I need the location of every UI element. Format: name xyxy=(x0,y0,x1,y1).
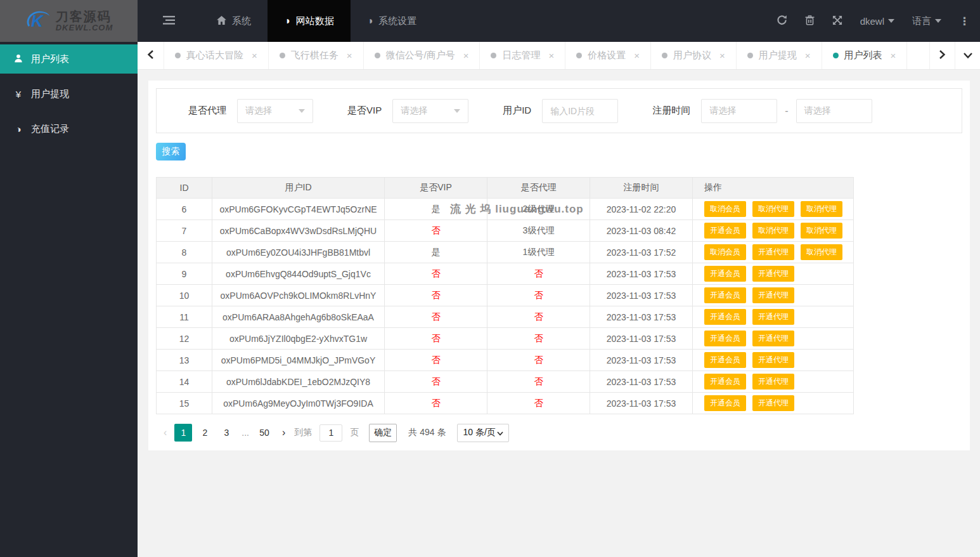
tabs-scroll-right-button[interactable] xyxy=(929,42,955,69)
sidebar-item-user-withdraw[interactable]: ¥ 用户提现 xyxy=(0,79,138,108)
action-button[interactable]: 取消代理 xyxy=(801,244,842,260)
search-button[interactable]: 搜索 xyxy=(156,143,186,161)
action-button[interactable]: 取消会员 xyxy=(704,244,746,260)
tab-item[interactable]: 用户提现× xyxy=(737,42,822,69)
user-id-input[interactable] xyxy=(542,99,618,123)
tab-close-icon[interactable]: × xyxy=(252,50,257,61)
tab-controls xyxy=(929,42,980,69)
action-button[interactable]: 取消会员 xyxy=(704,201,746,217)
action-button[interactable]: 开通代理 xyxy=(752,244,794,260)
clear-cache-button[interactable] xyxy=(805,15,815,27)
tab-item[interactable]: 飞行棋任务× xyxy=(269,42,364,69)
action-button[interactable]: 开通会员 xyxy=(704,287,746,303)
goto-unit-label: 页 xyxy=(350,427,359,438)
cell-user-id: oxPUm6PMD5i_04MMJkjO_JPmVGoY xyxy=(212,350,385,371)
page-number[interactable]: 50 xyxy=(255,424,273,442)
action-button[interactable]: 开通会员 xyxy=(704,266,746,282)
sidebar-item-user-list[interactable]: 用户列表 xyxy=(0,44,138,74)
tab-item[interactable]: 真心话大冒险× xyxy=(164,42,269,69)
page-size-select[interactable]: 10 条/页 xyxy=(457,424,509,442)
tab-status-dot xyxy=(175,53,181,58)
page-next-button[interactable]: › xyxy=(282,427,285,438)
action-button[interactable]: 开通代理 xyxy=(752,331,794,346)
confirm-button[interactable]: 确定 xyxy=(369,424,397,442)
home-icon xyxy=(217,16,226,27)
cell-vip: 否 xyxy=(385,371,487,393)
page-size-value: 10 条/页 xyxy=(463,427,495,438)
sidebar-toggle-button[interactable] xyxy=(138,0,200,42)
tabs-scroll-left-button[interactable] xyxy=(138,42,164,69)
top-nav: 系统 ◑ 网站数据 ◑ 系统设置 xyxy=(138,0,980,42)
action-button[interactable]: 开通代理 xyxy=(752,374,794,390)
tab-status-dot xyxy=(375,53,380,58)
action-button[interactable]: 开通会员 xyxy=(704,331,746,346)
filter-agent: 是否代理 请选择 xyxy=(188,99,313,123)
action-button[interactable]: 开通代理 xyxy=(752,395,794,411)
tab-close-icon[interactable]: × xyxy=(891,50,896,61)
tab-close-icon[interactable]: × xyxy=(805,50,811,61)
regtime-to-select[interactable]: 请选择 xyxy=(796,99,872,123)
tabs-menu-button[interactable] xyxy=(955,42,980,69)
nav-item-system[interactable]: 系统 xyxy=(200,0,268,42)
language-menu[interactable]: 语言 xyxy=(912,15,941,27)
sidebar-item-recharge-records[interactable]: ◑ 充值记录 xyxy=(0,114,138,143)
nav-item-system-settings[interactable]: ◑ 系统设置 xyxy=(351,0,434,42)
brand-title: 刀客源码 xyxy=(56,10,113,23)
sidebar-toggle-icon xyxy=(163,16,175,27)
sidebar: 用户列表 ¥ 用户提现 ◑ 充值记录 xyxy=(0,42,138,557)
tab-label: 用户列表 xyxy=(844,49,882,62)
action-button[interactable]: 开通会员 xyxy=(704,309,746,325)
table-row: 13oxPUm6PMD5i_04MMJkjO_JPmVGoY否否2023-11-… xyxy=(157,350,854,371)
more-menu-button[interactable]: ⋮ xyxy=(959,15,970,28)
action-button[interactable]: 开通代理 xyxy=(752,352,794,368)
svg-text:K: K xyxy=(31,11,44,30)
page-number[interactable]: 1 xyxy=(174,424,192,442)
action-button[interactable]: 开通会员 xyxy=(704,374,746,390)
refresh-button[interactable] xyxy=(777,15,787,27)
cell-id: 7 xyxy=(157,220,212,242)
action-button[interactable]: 开通代理 xyxy=(752,309,794,325)
page-number[interactable]: 3 xyxy=(217,424,235,442)
tab-close-icon[interactable]: × xyxy=(463,50,469,61)
tab-close-icon[interactable]: × xyxy=(347,50,352,61)
cell-reg-time: 2023-11-03 17:53 xyxy=(590,285,693,306)
action-button[interactable]: 取消代理 xyxy=(801,223,842,239)
cell-agent: 否 xyxy=(487,350,590,371)
page-prev-button[interactable]: ‹ xyxy=(164,427,167,438)
tab-close-icon[interactable]: × xyxy=(719,50,725,61)
tab-label: 用户提现 xyxy=(759,49,797,62)
cell-actions: 开通会员开通代理 xyxy=(693,263,854,285)
agent-select[interactable]: 请选择 xyxy=(237,99,313,123)
regtime-from-select[interactable]: 请选择 xyxy=(701,99,777,123)
tab-close-icon[interactable]: × xyxy=(634,50,640,61)
tab-close-icon[interactable]: × xyxy=(548,50,554,61)
table-row: 10oxPUm6AOVPch9kOLIMOkm8RLvHnY否否2023-11-… xyxy=(157,285,854,306)
column-header: 注册时间 xyxy=(590,178,693,199)
tab-item[interactable]: 用户列表× xyxy=(822,42,908,69)
cell-actions: 开通会员开通代理 xyxy=(693,393,854,414)
nav-item-site-data[interactable]: ◑ 网站数据 xyxy=(268,0,351,42)
action-button[interactable]: 取消代理 xyxy=(801,201,842,217)
tab-item[interactable]: 日志管理× xyxy=(480,42,565,69)
filter-bar: 是否代理 请选择 是否VIP 请选择 用户ID 注册时间 请选择 - 请选择 xyxy=(156,88,962,133)
tab-item[interactable]: 微信公号/商户号× xyxy=(364,42,480,69)
filter-vip: 是否VIP 请选择 xyxy=(347,99,468,123)
tab-item[interactable]: 用户协议× xyxy=(651,42,737,69)
goto-page-input[interactable] xyxy=(319,424,342,442)
tab-item[interactable]: 价格设置× xyxy=(565,42,651,69)
action-button[interactable]: 开通代理 xyxy=(752,266,794,282)
cell-reg-time: 2023-11-03 17:53 xyxy=(590,371,693,393)
action-button[interactable]: 取消代理 xyxy=(752,201,794,217)
page-number[interactable]: 2 xyxy=(196,424,214,442)
fullscreen-button[interactable] xyxy=(832,15,842,27)
action-button[interactable]: 开通代理 xyxy=(752,287,794,303)
user-menu[interactable]: dkewl xyxy=(860,16,894,27)
action-button[interactable]: 开通会员 xyxy=(704,223,746,239)
action-button[interactable]: 开通会员 xyxy=(704,352,746,368)
action-button[interactable]: 取消代理 xyxy=(752,223,794,239)
action-button[interactable]: 开通会员 xyxy=(704,395,746,411)
vip-select[interactable]: 请选择 xyxy=(392,99,468,123)
cell-actions: 开通会员开通代理 xyxy=(693,306,854,328)
tab-label: 飞行棋任务 xyxy=(291,49,338,62)
tab-label: 真心话大冒险 xyxy=(186,49,243,62)
